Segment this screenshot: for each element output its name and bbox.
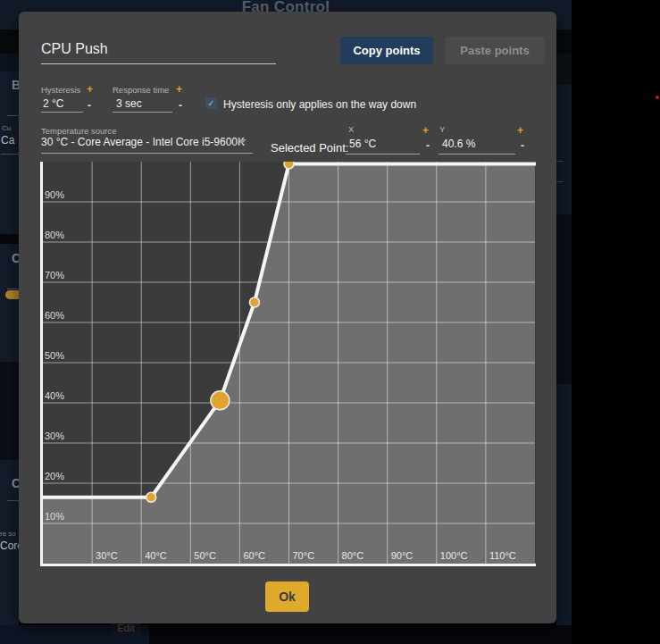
response-time-underline <box>113 112 172 113</box>
svg-text:60%: 60% <box>45 310 64 321</box>
svg-text:80°C: 80°C <box>342 550 364 561</box>
svg-text:40%: 40% <box>45 390 64 401</box>
bg-source-label-fragment: re so <box>0 530 16 538</box>
bg-divider <box>556 161 564 162</box>
bg-divider <box>556 181 564 182</box>
svg-text:30%: 30% <box>45 431 64 441</box>
point-x-label: X <box>348 124 354 134</box>
response-time-value[interactable]: 3 sec <box>116 97 142 110</box>
point-y-value[interactable]: 40.6 % <box>442 138 475 150</box>
bg-card1-sub-value: Ca <box>1 134 14 146</box>
bg-card-right-1 <box>556 85 572 214</box>
response-time-increment-button[interactable]: + <box>176 83 182 96</box>
svg-text:40°C: 40°C <box>145 550 167 561</box>
temperature-source-value[interactable]: 30 °C - Core Average - Intel Core i5-960… <box>41 136 245 148</box>
bg-card-2: Cl <box>0 244 19 362</box>
svg-text:110°C: 110°C <box>489 550 516 561</box>
svg-text:80%: 80% <box>45 230 64 240</box>
checkbox-check-icon: ✓ <box>207 98 214 108</box>
bg-card3-title: Cl <box>12 476 19 490</box>
svg-text:60°C: 60°C <box>243 550 265 561</box>
bg-gap <box>556 214 572 384</box>
svg-text:90°C: 90°C <box>391 550 414 561</box>
background-right-sliver <box>556 54 572 644</box>
hysteresis-value[interactable]: 2 °C <box>43 97 63 110</box>
bg-card-1: Ba Cu Ca <box>0 71 19 234</box>
bg-toggle-pill <box>5 290 19 299</box>
bg-gap <box>0 362 19 460</box>
fan-curve-chart[interactable]: 10%20%30%40%50%60%70%80%90%30°C40°C50°C6… <box>40 162 536 566</box>
screen: Fan Control Ba Cu Ca Cl Cl re so Core <box>0 0 660 644</box>
bg-divider <box>7 500 19 501</box>
svg-text:70°C: 70°C <box>293 550 315 561</box>
bg-bottom-right <box>149 625 572 644</box>
point-y-increment-button[interactable]: + <box>517 124 523 137</box>
response-time-decrement-button[interactable]: - <box>179 99 182 112</box>
curve-editor-dialog: Copy points Paste points Hysteresis + 2 … <box>19 12 556 623</box>
hysteresis-label: Hysteresis <box>41 85 80 95</box>
response-time-label: Response time <box>113 85 169 95</box>
point-x-value[interactable]: 56 °C <box>349 138 376 150</box>
chevron-down-icon[interactable] <box>238 139 246 144</box>
hysteresis-increment-button[interactable]: + <box>87 83 93 96</box>
svg-text:30°C: 30°C <box>96 550 118 561</box>
paste-points-button[interactable]: Paste points <box>445 37 545 64</box>
bg-gap <box>0 234 19 244</box>
svg-text:100°C: 100°C <box>440 550 468 561</box>
point-y-label: Y <box>439 124 445 134</box>
temperature-source-label: Temperature source <box>41 126 116 136</box>
bg-source-value-fragment: Core <box>0 539 19 552</box>
point-x-underline <box>346 154 420 155</box>
point-x-increment-button[interactable]: + <box>422 124 429 137</box>
cursor-artifact-dot <box>656 96 659 99</box>
bg-gap <box>0 54 19 71</box>
bg-card1-sub-small: Cu <box>2 124 11 132</box>
bg-card-3: Cl re so Core <box>0 460 19 644</box>
svg-text:50%: 50% <box>45 350 64 361</box>
svg-text:90%: 90% <box>45 189 64 200</box>
bg-card1-title: Ba <box>12 78 19 92</box>
copy-points-button[interactable]: Copy points <box>340 37 433 64</box>
bg-divider <box>7 289 19 289</box>
hysteresis-decrement-button[interactable]: - <box>88 99 91 112</box>
hysteresis-underline <box>41 112 83 113</box>
point-y-decrement-button[interactable]: - <box>521 139 524 152</box>
hysteresis-way-down-checkbox[interactable]: ✓ <box>205 97 217 109</box>
curve-name-input[interactable] <box>41 41 276 64</box>
bg-divider <box>1 154 19 155</box>
ok-button[interactable]: Ok <box>265 581 309 612</box>
svg-text:10%: 10% <box>45 511 64 522</box>
temperature-source-underline <box>41 153 253 154</box>
background-left-strip: Ba Cu Ca Cl Cl re so Core <box>0 54 19 644</box>
svg-text:50°C: 50°C <box>194 550 216 561</box>
svg-text:20%: 20% <box>45 471 64 481</box>
bg-card-right-2 <box>556 384 572 625</box>
bg-card2-title: Cl <box>12 251 19 265</box>
svg-text:70%: 70% <box>45 270 64 280</box>
point-x-decrement-button[interactable]: - <box>426 139 430 152</box>
bg-gap <box>556 54 572 85</box>
point-y-underline <box>439 154 515 155</box>
bg-divider <box>7 115 19 116</box>
hysteresis-way-down-label: Hysteresis only applies on the way down <box>223 98 416 111</box>
selected-point-label: Selected Point: <box>271 141 348 155</box>
